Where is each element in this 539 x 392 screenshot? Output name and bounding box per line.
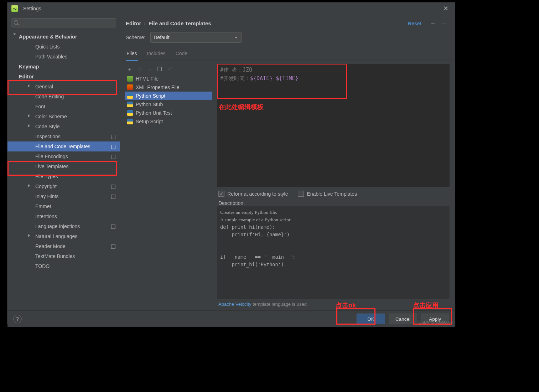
description-box[interactable]: Creates an empty Python file. A simple e… [217, 206, 450, 299]
list-item-html[interactable]: HTML File [125, 74, 212, 83]
main-panel: Editor › File and Code Templates Reset ←… [120, 15, 455, 310]
project-scope-icon [111, 225, 115, 229]
item-code-style[interactable]: Code Style [7, 122, 120, 131]
search-wrap [7, 15, 120, 30]
item-file-code-templates[interactable]: File and Code Templates [7, 141, 120, 151]
settings-dialog: PC Settings ✕ Appearance & Behavior Quic… [7, 2, 455, 324]
crumb-sep: › [144, 21, 146, 26]
template-editor[interactable]: #作 者：JZQ #开发时间：${DATE} ${TIME} 在此处编辑模板 [217, 64, 450, 187]
chevron-right-icon [28, 124, 30, 127]
item-textmate[interactable]: TextMate Bundles [7, 251, 120, 261]
search-input[interactable] [11, 18, 116, 27]
item-copyright[interactable]: Copyright [7, 181, 120, 191]
item-inlay-hints[interactable]: Inlay Hints [7, 191, 120, 201]
template-list-pane: ＋ ⎘ − ❐ ↶ HTML File XML Properties File … [125, 64, 212, 309]
remove-button[interactable]: − [146, 66, 153, 72]
project-scope-icon [111, 185, 115, 189]
watermark: CSDN @jzq666666 [419, 320, 453, 324]
add-button[interactable]: ＋ [126, 66, 133, 72]
copy-button[interactable]: ❐ [156, 66, 163, 72]
ok-button[interactable]: OK [357, 314, 385, 324]
tab-includes[interactable]: Includes [146, 48, 166, 61]
template-list[interactable]: HTML File XML Properties File Python Scr… [125, 74, 212, 309]
scheme-combo[interactable]: Default [150, 32, 242, 43]
titlebar: PC Settings ✕ [7, 2, 455, 15]
item-emmet[interactable]: Emmet [7, 201, 120, 211]
velocity-note: Apache Velocity template language is use… [217, 299, 450, 309]
list-item-setup[interactable]: Setup Script [125, 117, 212, 126]
item-lang-injections[interactable]: Language Injections [7, 221, 120, 231]
project-scope-icon [111, 244, 115, 249]
velocity-link[interactable]: Apache Velocity [218, 301, 252, 307]
tab-files[interactable]: Files [126, 48, 138, 61]
template-toolbar: ＋ ⎘ − ❐ ↶ [125, 64, 212, 74]
project-scope-icon [111, 155, 115, 159]
window-title: Settings [23, 6, 41, 11]
reset-link[interactable]: Reset [408, 21, 421, 26]
close-button[interactable]: ✕ [440, 3, 451, 14]
item-code-editing[interactable]: Code Editing [7, 92, 120, 102]
settings-tree[interactable]: Appearance & Behavior Quick Lists Path V… [7, 30, 120, 310]
chevron-down-icon [13, 33, 16, 35]
description-label: Description: [217, 200, 450, 206]
options-row: ✓ Reformat according to style Enable Liv… [217, 187, 450, 200]
python-icon [127, 93, 133, 99]
cat-editor[interactable]: Editor [7, 72, 120, 82]
project-scope-icon [111, 195, 115, 199]
item-font[interactable]: Font [7, 102, 120, 112]
item-todo[interactable]: TODO [7, 261, 120, 271]
item-color-scheme[interactable]: Color Scheme [7, 112, 120, 122]
chevron-right-icon [28, 234, 30, 237]
crumb-current: File and Code Templates [149, 20, 211, 26]
python-icon [127, 110, 133, 116]
xml-icon [127, 84, 133, 90]
create-from-button: ⎘ [136, 66, 143, 72]
checkbox-icon [298, 191, 304, 197]
scheme-row: Scheme: Default [120, 31, 455, 48]
crumb-editor[interactable]: Editor [126, 20, 141, 26]
item-general[interactable]: General [7, 82, 120, 92]
chevron-right-icon [28, 114, 30, 117]
item-file-encodings[interactable]: File Encodings [7, 151, 120, 161]
project-scope-icon [111, 145, 115, 149]
sidebar: Appearance & Behavior Quick Lists Path V… [7, 15, 120, 310]
pycharm-icon: PC [11, 5, 18, 12]
python-icon [127, 102, 133, 107]
nav-forward-icon: → [441, 20, 447, 27]
annotation-edit-here: 在此处编辑模板 [219, 103, 264, 111]
html-icon [127, 76, 133, 82]
cat-appearance[interactable]: Appearance & Behavior [7, 32, 120, 42]
scheme-label: Scheme: [126, 35, 145, 40]
list-item-xml[interactable]: XML Properties File [125, 83, 212, 92]
project-scope-icon [111, 135, 115, 139]
cancel-button[interactable]: Cancel [389, 314, 417, 324]
nav-back-icon[interactable]: ← [430, 20, 436, 27]
reformat-checkbox[interactable]: ✓ Reformat according to style [218, 191, 288, 197]
python-icon [127, 119, 133, 124]
tab-code[interactable]: Code [175, 48, 188, 61]
item-intentions[interactable]: Intentions [7, 211, 120, 221]
dialog-footer: ? OK Cancel Apply [7, 310, 455, 327]
template-edit-pane: #作 者：JZQ #开发时间：${DATE} ${TIME} 在此处编辑模板 ✓… [217, 64, 450, 309]
revert-button: ↶ [166, 66, 173, 72]
item-inspections[interactable]: Inspections [7, 131, 120, 141]
chevron-right-icon [28, 184, 30, 187]
item-reader-mode[interactable]: Reader Mode [7, 241, 120, 251]
list-item-python-script[interactable]: Python Script [125, 92, 212, 100]
item-natural-lang[interactable]: Natural Languages [7, 231, 120, 241]
item-live-templates[interactable]: Live Templates [7, 161, 120, 171]
list-item-python-unit[interactable]: Python Unit Test [125, 109, 212, 117]
cat-keymap[interactable]: Keymap [7, 62, 120, 72]
item-path-variables[interactable]: Path Variables [7, 52, 120, 62]
template-tabs: Files Includes Code [120, 48, 455, 61]
item-quick-lists[interactable]: Quick Lists [7, 42, 120, 52]
list-item-python-stub[interactable]: Python Stub [125, 100, 212, 109]
item-file-types[interactable]: File Types [7, 171, 120, 181]
chevron-right-icon [28, 84, 30, 87]
breadcrumb: Editor › File and Code Templates Reset ←… [120, 15, 455, 31]
help-button[interactable]: ? [13, 315, 22, 323]
enable-live-checkbox[interactable]: Enable Live Templates [298, 191, 357, 197]
checkbox-icon: ✓ [218, 191, 224, 197]
